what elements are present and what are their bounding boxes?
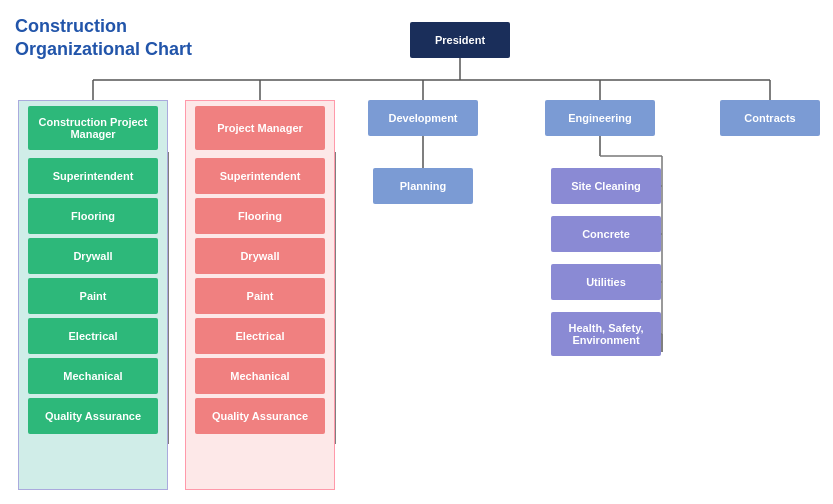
qa-pink-label: Quality Assurance	[212, 410, 308, 422]
utilities-box: Utilities	[551, 264, 661, 300]
title-line2: Organizational Chart	[15, 39, 192, 59]
utilities-label: Utilities	[586, 276, 626, 288]
site-cleaning-label: Site Cleaning	[571, 180, 641, 192]
superintendent-pink-label: Superintendent	[220, 170, 301, 182]
mechanical-pink-label: Mechanical	[230, 370, 289, 382]
qa-green-label: Quality Assurance	[45, 410, 141, 422]
pm-label: Project Manager	[217, 122, 303, 134]
qa-green-box: Quality Assurance	[28, 398, 158, 434]
concrete-box: Concrete	[551, 216, 661, 252]
engineering-label: Engineering	[568, 112, 632, 124]
drywall-pink-label: Drywall	[240, 250, 279, 262]
flooring-green-label: Flooring	[71, 210, 115, 222]
contracts-label: Contracts	[744, 112, 795, 124]
superintendent-green-box: Superintendent	[28, 158, 158, 194]
title-line1: Construction	[15, 16, 127, 36]
drywall-green-box: Drywall	[28, 238, 158, 274]
electrical-green-label: Electrical	[69, 330, 118, 342]
planning-box: Planning	[373, 168, 473, 204]
development-box: Development	[368, 100, 478, 136]
electrical-pink-label: Electrical	[236, 330, 285, 342]
concrete-label: Concrete	[582, 228, 630, 240]
paint-pink-label: Paint	[247, 290, 274, 302]
president-label: President	[435, 34, 485, 46]
mechanical-green-box: Mechanical	[28, 358, 158, 394]
paint-green-label: Paint	[80, 290, 107, 302]
electrical-pink-box: Electrical	[195, 318, 325, 354]
paint-green-box: Paint	[28, 278, 158, 314]
development-label: Development	[388, 112, 457, 124]
mechanical-pink-box: Mechanical	[195, 358, 325, 394]
drywall-green-label: Drywall	[73, 250, 112, 262]
qa-pink-box: Quality Assurance	[195, 398, 325, 434]
pm-box: Project Manager	[195, 106, 325, 150]
cpm-box: Construction Project Manager	[28, 106, 158, 150]
president-box: President	[410, 22, 510, 58]
paint-pink-box: Paint	[195, 278, 325, 314]
planning-label: Planning	[400, 180, 446, 192]
contracts-box: Contracts	[720, 100, 820, 136]
flooring-green-box: Flooring	[28, 198, 158, 234]
pink-column: Project Manager Superintendent Flooring …	[185, 100, 335, 490]
health-safety-box: Health, Safety, Environment	[551, 312, 661, 356]
site-cleaning-box: Site Cleaning	[551, 168, 661, 204]
flooring-pink-box: Flooring	[195, 198, 325, 234]
health-safety-label: Health, Safety, Environment	[557, 322, 655, 346]
drywall-pink-box: Drywall	[195, 238, 325, 274]
superintendent-pink-box: Superintendent	[195, 158, 325, 194]
superintendent-green-label: Superintendent	[53, 170, 134, 182]
chart-container: Construction Organizational Chart	[0, 0, 833, 504]
electrical-green-box: Electrical	[28, 318, 158, 354]
green-column: Construction Project Manager Superintend…	[18, 100, 168, 490]
cpm-label: Construction Project Manager	[28, 116, 158, 140]
chart-title: Construction Organizational Chart	[15, 15, 205, 62]
flooring-pink-label: Flooring	[238, 210, 282, 222]
engineering-box: Engineering	[545, 100, 655, 136]
mechanical-green-label: Mechanical	[63, 370, 122, 382]
